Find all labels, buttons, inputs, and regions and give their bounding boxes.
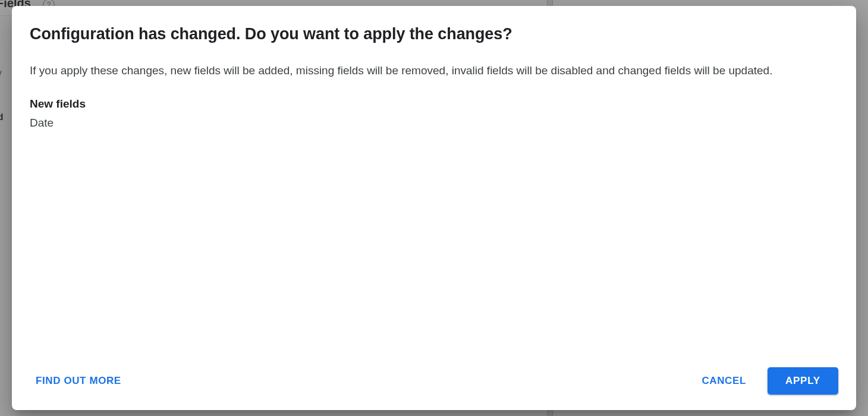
dialog-footer: FIND OUT MORE CANCEL APPLY — [30, 367, 838, 395]
new-fields-section: New fields Date — [30, 97, 838, 132]
cancel-button[interactable]: CANCEL — [696, 370, 751, 392]
find-out-more-button[interactable]: FIND OUT MORE — [30, 370, 127, 392]
dialog-title: Configuration has changed. Do you want t… — [30, 25, 838, 43]
configuration-changed-dialog: Configuration has changed. Do you want t… — [12, 6, 856, 410]
dialog-description: If you apply these changes, new fields w… — [30, 62, 838, 80]
new-fields-header: New fields — [30, 97, 838, 111]
apply-button[interactable]: APPLY — [768, 367, 838, 395]
modal-overlay[interactable]: Configuration has changed. Do you want t… — [0, 0, 868, 416]
new-field-item: Date — [30, 114, 838, 132]
dialog-body: If you apply these changes, new fields w… — [30, 62, 838, 355]
